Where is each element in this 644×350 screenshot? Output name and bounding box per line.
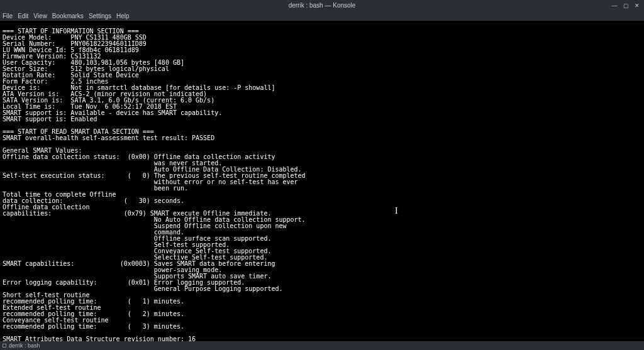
terminal-output[interactable]: === START OF INFORMATION SECTION ===Devi… — [0, 21, 644, 341]
menu-bookmarks[interactable]: Bookmarks — [52, 13, 84, 19]
tabbar: derrik : bash — [0, 341, 644, 350]
terminal-line: recommended polling time: ( 3) minutes. — [3, 324, 641, 330]
terminal-line — [3, 141, 641, 148]
maximize-button[interactable]: ▢ — [621, 2, 630, 9]
terminal-line: General Purpose Logging supported. — [3, 286, 641, 292]
window-title: derrik : bash — Konsole — [289, 2, 356, 9]
terminal-line: data collection: ( 30) seconds. — [3, 198, 641, 204]
terminal-line: SMART overall-health self-assessment tes… — [3, 135, 641, 141]
titlebar: derrik : bash — Konsole — ▢ ✕ — [0, 0, 644, 11]
menu-file[interactable]: File — [3, 13, 13, 19]
window-controls: — ▢ ✕ — [610, 0, 641, 11]
tab-label[interactable]: derrik : bash — [9, 342, 40, 349]
tab-indicator-icon — [3, 344, 6, 347]
terminal-line: SMART Attributes Data Structure revision… — [3, 336, 641, 341]
menu-edit[interactable]: Edit — [18, 13, 28, 19]
menu-settings[interactable]: Settings — [89, 13, 111, 19]
close-button[interactable]: ✕ — [633, 2, 641, 9]
minimize-button[interactable]: — — [610, 2, 619, 9]
terminal-line: SMART support is: Enabled — [3, 116, 641, 123]
menubar: File Edit View Bookmarks Settings Help — [0, 11, 644, 21]
menu-help[interactable]: Help — [116, 13, 130, 19]
menu-view[interactable]: View — [33, 13, 47, 19]
terminal-line: SMART support is: Available - device has… — [3, 110, 641, 116]
